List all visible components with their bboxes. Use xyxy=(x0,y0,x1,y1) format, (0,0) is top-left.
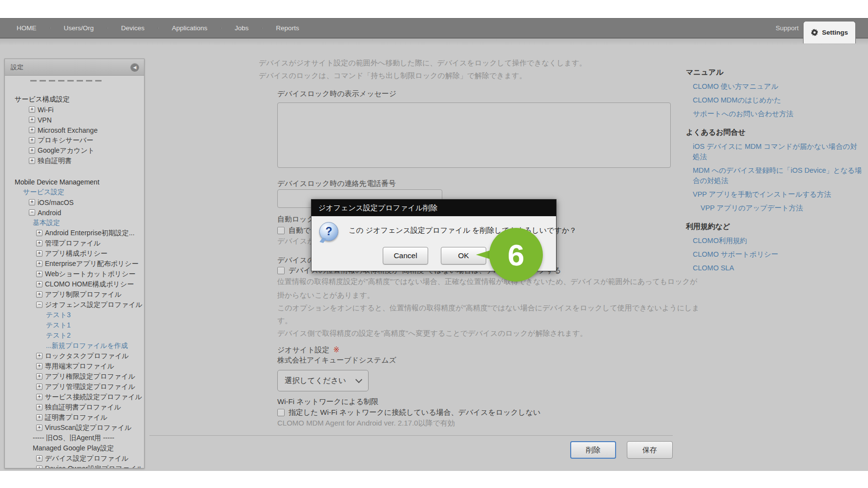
tree-item[interactable]: +iOS/macOS xyxy=(5,197,144,207)
nav-item-devices[interactable]: Devices xyxy=(107,24,158,32)
tree-item[interactable]: +プロキシサーバー xyxy=(5,135,144,145)
expand-icon[interactable]: + xyxy=(29,106,35,113)
tree-item[interactable]: +アプリ権限設定プロファイル xyxy=(5,371,144,382)
tree-section: サービス構成設定 xyxy=(5,94,144,104)
expand-icon[interactable]: + xyxy=(36,291,42,298)
tree-item[interactable]: +Microsoft Exchange xyxy=(5,125,144,135)
help-link[interactable]: VPP アプリのアップデート方法 xyxy=(701,203,863,213)
expand-icon[interactable]: + xyxy=(36,414,42,421)
tree-item[interactable]: −Android xyxy=(5,207,144,218)
expand-icon[interactable]: + xyxy=(36,373,42,380)
nav-item-applications[interactable]: Applications xyxy=(158,24,221,32)
collapse-icon[interactable]: − xyxy=(29,209,35,216)
help-link[interactable]: CLOMO 使い方マニュアル xyxy=(693,81,863,92)
nav-support-link[interactable]: Support xyxy=(776,19,799,38)
accuracy-note-2: 掛からないことがあります。 xyxy=(277,291,374,300)
help-link[interactable]: iOS デバイスに MDM コマンドが届かない場合の対処法 xyxy=(693,142,863,162)
delete-button[interactable]: 削除 xyxy=(570,441,616,459)
help-sidebar-groups: マニュアルCLOMO 使い方マニュアルCLOMO MDMのはじめかたサポートへの… xyxy=(686,68,863,273)
help-link[interactable]: MDM へのデバイス登録時に「iOS Device」となる場合の対処法 xyxy=(693,165,863,186)
expand-icon[interactable]: + xyxy=(36,384,42,390)
expand-icon[interactable]: + xyxy=(29,147,35,154)
wifi-checkbox-row: 指定した Wi-Fi ネットワークに接続している場合、デバイスをロックしない xyxy=(277,408,540,417)
expand-icon[interactable]: + xyxy=(36,271,42,277)
tree-link[interactable]: サービス設定 xyxy=(5,187,144,197)
tree-item[interactable]: +デバイス設定プロファイル xyxy=(5,453,144,464)
help-link[interactable]: CLOMO利用規約 xyxy=(693,236,863,246)
expand-icon[interactable]: + xyxy=(29,199,35,205)
tree-item[interactable]: +VPN xyxy=(5,115,144,125)
tree-link[interactable]: 基本設定 xyxy=(5,218,144,228)
expand-icon[interactable]: + xyxy=(36,455,42,462)
tree-item-label: サービス接続設定プロファイル xyxy=(45,393,142,402)
tree-item[interactable]: +Googleアカウント xyxy=(5,145,144,156)
tree-item[interactable]: +サービス接続設定プロファイル xyxy=(5,392,144,402)
expand-icon[interactable]: + xyxy=(36,394,42,400)
expand-icon[interactable]: + xyxy=(36,281,42,287)
tree-item[interactable]: +VirusScan設定プロファイル xyxy=(5,423,144,433)
tree-item-label: テスト3 xyxy=(46,311,71,320)
expand-icon[interactable]: + xyxy=(36,363,42,369)
tree-item[interactable]: +アプリ管理設定プロファイル xyxy=(5,382,144,392)
tree-item[interactable]: +アプリ制限プロファイル xyxy=(5,289,144,300)
tree-item[interactable]: +Device Owner設定プロファイル xyxy=(5,464,144,468)
geosite-select[interactable]: 選択してください xyxy=(277,370,369,391)
tree-item[interactable]: +アプリ構成ポリシー xyxy=(5,248,144,259)
tree-item[interactable]: +Enterpriseアプリ配布ポリシー xyxy=(5,259,144,269)
collapse-sidebar-button[interactable]: ◀ xyxy=(130,63,139,72)
tree-item[interactable]: +Wi-Fi xyxy=(5,104,144,115)
tab-settings[interactable]: Settings xyxy=(803,21,856,43)
nav-item-reports[interactable]: Reports xyxy=(262,24,312,32)
help-link[interactable]: サポートへのお問い合わせ方法 xyxy=(693,109,863,119)
collapse-icon[interactable]: − xyxy=(36,302,42,308)
expand-icon[interactable]: + xyxy=(36,404,42,410)
wifi-checkbox[interactable] xyxy=(277,409,285,416)
tree-item[interactable]: +Android Enterprise初期設定... xyxy=(5,228,144,238)
tree-item[interactable]: +証明書プロファイル xyxy=(5,412,144,423)
save-button[interactable]: 保存 xyxy=(627,441,673,459)
cancel-button[interactable]: Cancel xyxy=(383,247,428,264)
tree-item[interactable]: +独自証明書 xyxy=(5,156,144,166)
help-link[interactable]: CLOMO サポートポリシー xyxy=(693,249,863,260)
tree-item[interactable]: +独自証明書プロファイル xyxy=(5,402,144,412)
tree-item-label: 管理プロファイル xyxy=(45,239,101,248)
accuracy-checkbox[interactable] xyxy=(277,267,285,274)
help-link[interactable]: VPP アプリを手動でインストールする方法 xyxy=(693,189,863,200)
nav-item-jobs[interactable]: Jobs xyxy=(221,24,263,32)
expand-icon[interactable]: + xyxy=(29,127,35,133)
accuracy-note-5: デバイス側で取得精度の設定を"高精度"へ変更することでデバイスのロックが解除され… xyxy=(277,329,587,338)
nav-item-users-org[interactable]: Users/Org xyxy=(50,24,108,32)
help-link[interactable]: CLOMO SLA xyxy=(693,263,863,273)
expand-icon[interactable]: + xyxy=(36,230,42,236)
question-mark-glyph: ? xyxy=(325,225,332,238)
sidebar-title: 設定 xyxy=(11,63,23,72)
expand-icon[interactable]: + xyxy=(36,261,42,267)
nav-item-home[interactable]: HOME xyxy=(3,24,50,32)
expand-icon[interactable]: + xyxy=(29,117,35,123)
tree-item[interactable]: −ジオフェンス設定プロファイル xyxy=(5,300,144,310)
tree-item[interactable]: +CLOMO HOME構成ポリシー xyxy=(5,279,144,289)
tree-link[interactable]: ...新規プロファイルを作成 xyxy=(5,341,144,351)
tree-item[interactable]: +ロックタスクプロファイル xyxy=(5,351,144,361)
expand-icon[interactable]: + xyxy=(36,466,42,468)
tree-item[interactable]: +Webショートカットポリシー xyxy=(5,269,144,279)
lock-message-textarea[interactable] xyxy=(277,102,671,168)
tree-item[interactable]: +専用端末プロファイル xyxy=(5,361,144,371)
tree-item-label: プロキシサーバー xyxy=(38,136,93,145)
expand-icon[interactable]: + xyxy=(36,353,42,359)
tree-item[interactable]: +管理プロファイル xyxy=(5,238,144,248)
expand-icon[interactable]: + xyxy=(36,425,42,431)
tree-link[interactable]: テスト1 xyxy=(5,320,144,330)
expand-icon[interactable]: + xyxy=(29,137,35,143)
tree-item-label: CLOMO HOME構成ポリシー xyxy=(45,280,134,289)
expand-icon[interactable]: + xyxy=(36,250,42,257)
tree-link[interactable]: テスト2 xyxy=(5,330,144,341)
lock-phone-label: デバイスロック時の連絡先電話番号 xyxy=(277,179,396,188)
expand-icon[interactable]: + xyxy=(29,158,35,164)
tree-link[interactable]: テスト3 xyxy=(5,310,144,320)
autolock-checkbox[interactable] xyxy=(277,227,285,234)
expand-icon[interactable]: + xyxy=(36,240,42,246)
tree-item-label: テスト2 xyxy=(46,331,71,340)
help-link[interactable]: CLOMO MDMのはじめかた xyxy=(693,95,863,105)
required-mark: ※ xyxy=(333,346,340,354)
